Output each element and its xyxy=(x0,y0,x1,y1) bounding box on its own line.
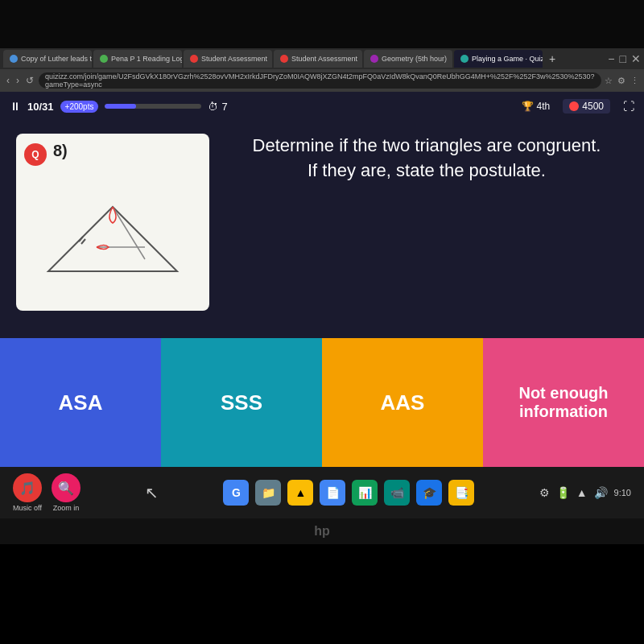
chrome-icon: G xyxy=(232,486,241,499)
svg-line-4 xyxy=(81,239,85,244)
music-icon-symbol: 🎵 xyxy=(19,481,35,496)
fullscreen-button[interactable]: ⛶ xyxy=(623,100,634,113)
question-text-area: Determine if the two triangles are congr… xyxy=(225,134,628,184)
bookmark-icon[interactable]: ☆ xyxy=(605,76,613,86)
question-line1: Determine if the two triangles are congr… xyxy=(253,135,601,155)
tab-5-icon xyxy=(370,55,378,63)
tab-3-label: Student Assessment xyxy=(201,55,267,63)
browser-chrome: Copy of Luther leads the Re... ✕ Pena P … xyxy=(0,48,644,92)
timer-value: 7 xyxy=(221,101,227,113)
maximize-button[interactable]: □ xyxy=(620,52,626,65)
rank-icon: 🏆 xyxy=(522,101,534,112)
sound-icon: 🔊 xyxy=(594,486,608,499)
quiz-toolbar: ⏸ 10/31 +200pts ⏱ 7 🏆 4th 4500 ⛶ xyxy=(0,92,644,121)
answer-sss-label: SSS xyxy=(221,390,262,415)
dock-docs[interactable]: 📄 xyxy=(320,480,345,506)
score-badge: 4500 xyxy=(563,99,610,114)
answer-not-enough[interactable]: Not enough information xyxy=(483,338,644,467)
address-text: quizizz.com/join/game/U2FsdGVkX180rVGzrh… xyxy=(45,72,595,89)
dock-slides[interactable]: 📑 xyxy=(448,480,474,506)
close-window-button[interactable]: ✕ xyxy=(631,52,641,65)
progress-counter: 10/31 xyxy=(27,101,54,113)
answer-aas[interactable]: AAS xyxy=(322,338,483,467)
dock-sheets[interactable]: 📊 xyxy=(352,480,378,506)
tab-1[interactable]: Copy of Luther leads the Re... ✕ xyxy=(3,50,92,68)
docs-icon: 📄 xyxy=(326,486,340,499)
address-bar-icons: ☆ ⚙ ⋮ xyxy=(605,76,639,86)
music-icon: 🎵 xyxy=(13,473,42,502)
menu-icon[interactable]: ⋮ xyxy=(630,76,639,86)
quiz-content: Q 8) Determine if the two triangles xyxy=(0,121,644,338)
new-tab-button[interactable]: + xyxy=(544,50,560,68)
dock-files[interactable]: 📁 xyxy=(255,480,281,506)
question-text: Determine if the two triangles are congr… xyxy=(253,134,601,184)
tab-bar: Copy of Luther leads the Re... ✕ Pena P … xyxy=(0,48,644,69)
answer-sss[interactable]: SSS xyxy=(161,338,322,467)
dock-meet[interactable]: 📹 xyxy=(384,480,410,506)
tab-2[interactable]: Pena P 1 Reading Log - Goo... ✕ xyxy=(93,50,182,68)
points-badge: +200pts xyxy=(60,101,99,113)
svg-line-1 xyxy=(113,207,145,259)
dock: G 📁 ▲ 📄 📊 📹 🎓 📑 xyxy=(223,480,474,506)
tab-4-icon xyxy=(280,55,288,63)
progress-bar-fill xyxy=(105,104,135,109)
tab-3[interactable]: Student Assessment ✕ xyxy=(184,50,272,68)
tab-2-label: Pena P 1 Reading Log - Goo... xyxy=(111,55,182,63)
dock-drive[interactable]: ▲ xyxy=(287,480,313,506)
triangle-svg xyxy=(32,183,193,287)
system-time: 9:10 xyxy=(614,488,631,497)
address-bar[interactable]: quizizz.com/join/game/U2FsdGVkX180rVGzrh… xyxy=(39,72,601,89)
extension-icon[interactable]: ⚙ xyxy=(617,76,625,86)
answer-not-enough-label: Not enough information xyxy=(491,384,636,421)
nav-back-button[interactable]: ‹ xyxy=(5,73,11,88)
zoom-in-button[interactable]: 🔍 Zoom in xyxy=(52,473,80,512)
zoom-in-label: Zoom in xyxy=(53,504,80,512)
tab-4[interactable]: Student Assessment ✕ xyxy=(274,50,362,68)
zoom-icon-symbol: 🔍 xyxy=(58,481,74,496)
music-off-label: Music off xyxy=(13,504,42,512)
tab-5-label: Geometry (5th hour) xyxy=(382,55,447,63)
toolbar-right: 🏆 4th 4500 ⛶ xyxy=(522,99,634,114)
tab-1-icon xyxy=(10,55,18,63)
taskbar-left: 🎵 Music off 🔍 Zoom in xyxy=(13,473,80,512)
classroom-icon: 🎓 xyxy=(423,486,436,499)
slides-icon: 📑 xyxy=(455,486,469,499)
question-image: Q 8) xyxy=(16,134,209,311)
score-value: 4500 xyxy=(582,101,604,112)
triangle-diagram xyxy=(24,167,201,303)
timer-icon: ⏱ xyxy=(208,101,218,113)
tab-6[interactable]: Playing a Game · Quizizz ✕ xyxy=(454,50,543,68)
rank-badge: 🏆 4th xyxy=(522,101,551,112)
sheets-icon: 📊 xyxy=(358,486,372,499)
bezel-bottom: hp xyxy=(0,518,644,544)
answer-aas-label: AAS xyxy=(381,390,425,415)
files-icon: 📁 xyxy=(262,486,275,499)
tab-5[interactable]: Geometry (5th hour) ✕ xyxy=(364,50,452,68)
toolbar-left: ⏸ 10/31 +200pts ⏱ 7 xyxy=(10,100,228,113)
nav-forward-button[interactable]: › xyxy=(14,73,21,88)
svg-marker-0 xyxy=(48,207,177,271)
nav-reload-button[interactable]: ↺ xyxy=(24,73,35,88)
hp-logo: hp xyxy=(314,524,330,539)
dock-chrome[interactable]: G xyxy=(223,480,249,506)
question-number: 8) xyxy=(53,142,68,160)
pause-button[interactable]: ⏸ xyxy=(10,100,21,113)
taskbar-right: ⚙ 🔋 ▲ 🔊 9:10 xyxy=(539,486,631,499)
progress-bar xyxy=(105,104,201,109)
rank-value: 4th xyxy=(537,101,551,112)
minimize-button[interactable]: − xyxy=(608,52,614,65)
music-off-button[interactable]: 🎵 Music off xyxy=(13,473,42,512)
settings-icon[interactable]: ⚙ xyxy=(539,486,550,499)
tab-6-icon xyxy=(460,55,469,63)
answer-asa[interactable]: ASA xyxy=(0,338,161,467)
score-icon xyxy=(569,101,579,111)
tab-1-label: Copy of Luther leads the Re... xyxy=(21,55,92,63)
dock-classroom[interactable]: 🎓 xyxy=(416,480,442,506)
timer: ⏱ 7 xyxy=(208,101,227,113)
cursor-indicator: ↖ xyxy=(145,483,159,502)
tab-2-icon xyxy=(100,55,108,63)
zoom-icon: 🔍 xyxy=(52,473,80,502)
meet-icon: 📹 xyxy=(390,486,404,499)
taskbar: 🎵 Music off 🔍 Zoom in ↖ G 📁 ▲ 📄 📊 xyxy=(0,467,644,518)
bezel-top xyxy=(0,0,644,48)
